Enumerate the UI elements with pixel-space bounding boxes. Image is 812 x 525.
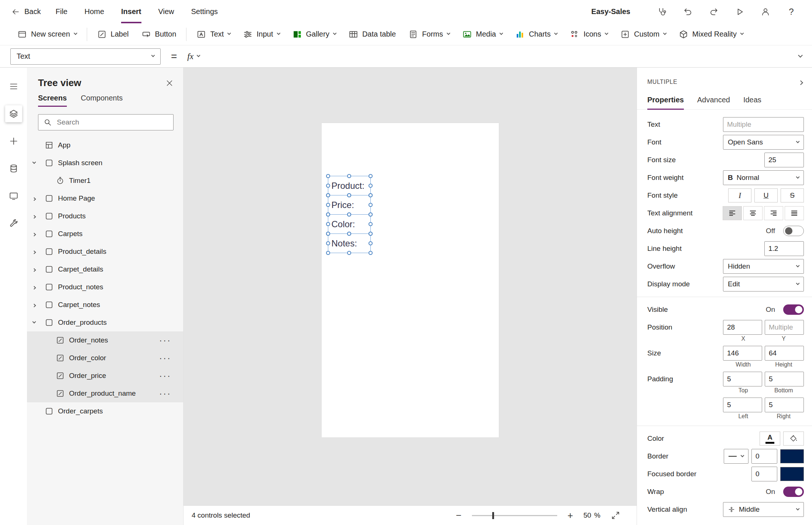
tree-item-order-products[interactable]: Order_products [27,314,183,331]
overflow-select[interactable]: Hidden [723,259,804,274]
visible-toggle[interactable] [783,304,804,315]
label-order-color[interactable]: Color: [328,214,371,234]
menu-view[interactable]: View [158,0,174,23]
tree-item-carpets[interactable]: Carpets [27,225,183,243]
border-width-input[interactable] [751,449,777,464]
resize-handle[interactable] [347,174,351,178]
resize-handle[interactable] [326,193,330,197]
button-button[interactable]: Button [135,26,183,43]
back-button[interactable]: Back [11,7,41,16]
label-order-price[interactable]: Price: [328,195,371,215]
border-color-swatch[interactable] [780,449,804,463]
chevron-down-icon[interactable] [32,160,36,164]
zoom-slider-thumb[interactable] [492,512,494,519]
formula-bar-expand-button[interactable] [788,55,812,58]
tab-screens[interactable]: Screens [38,94,67,107]
label-button[interactable]: Label [91,26,135,43]
font-color-button[interactable]: A [760,432,780,446]
overflow-menu-icon[interactable]: ··· [159,392,171,395]
focused-border-color-swatch[interactable] [780,467,804,481]
chevron-right-icon[interactable] [32,232,36,236]
tree-view-icon[interactable] [5,105,22,122]
label-order-product-name[interactable]: Product: [328,176,371,195]
font-size-input[interactable] [764,153,804,167]
tab-advanced[interactable]: Advanced [697,96,730,110]
tree-item-order-color[interactable]: Order_color ··· [27,349,183,367]
tree-item-carpet-details[interactable]: Carpet_details [27,260,183,278]
zoom-in-button[interactable]: + [568,510,573,521]
resize-handle[interactable] [347,212,351,217]
resize-handle[interactable] [326,212,330,217]
padding-top-input[interactable] [723,372,762,386]
tree-item-splash-screen[interactable]: Splash screen [27,154,183,172]
align-center-button[interactable] [743,206,763,220]
chevron-down-icon[interactable] [32,320,36,323]
align-left-button[interactable] [723,206,742,220]
input-menu[interactable]: Input [237,26,286,43]
data-table-button[interactable]: Data table [342,26,402,43]
resize-handle[interactable] [326,184,330,188]
gallery-menu[interactable]: Gallery [286,26,342,43]
label-order-notes[interactable]: Notes: [328,233,371,253]
position-x-input[interactable] [723,320,762,335]
collapse-panel-icon[interactable] [798,80,803,85]
close-icon[interactable] [165,79,174,87]
chevron-right-icon[interactable] [32,303,36,307]
padding-left-input[interactable] [723,398,762,412]
resize-handle[interactable] [326,203,330,207]
focused-border-width-input[interactable] [751,467,777,481]
resize-handle[interactable] [326,174,330,178]
resize-handle[interactable] [326,222,330,226]
text-menu[interactable]: Text [190,26,237,43]
wrap-toggle[interactable] [783,487,804,497]
zoom-slider[interactable] [472,515,557,516]
resize-handle[interactable] [369,203,373,207]
tab-components[interactable]: Components [81,94,123,107]
display-mode-select[interactable]: Edit [723,277,804,292]
resize-handle[interactable] [369,184,373,188]
menu-settings[interactable]: Settings [191,0,218,23]
align-justify-button[interactable] [785,206,804,220]
redo-icon[interactable] [708,6,720,18]
chevron-right-icon[interactable] [32,197,36,201]
tree-item-product-notes[interactable]: Product_notes [27,278,183,296]
forms-menu[interactable]: Forms [402,26,456,43]
auto-height-toggle[interactable] [783,226,804,236]
tree-item-order-product-name[interactable]: Order_product_name ··· [27,385,183,402]
charts-menu[interactable]: Charts [509,26,563,43]
tree-item-home-page[interactable]: Home Page [27,190,183,207]
insert-plus-icon[interactable] [5,133,22,150]
mixed-reality-menu[interactable]: Mixed Reality [672,26,750,43]
zoom-out-button[interactable]: − [456,510,462,521]
icons-menu[interactable]: Icons [563,26,614,43]
overflow-menu-icon[interactable]: ··· [159,338,171,342]
tree-item-carpet-notes[interactable]: Carpet_notes [27,296,183,314]
property-selector[interactable]: Text [10,48,161,65]
tab-properties[interactable]: Properties [647,96,684,110]
overflow-menu-icon[interactable]: ··· [159,374,171,378]
advanced-tools-icon[interactable] [5,215,22,232]
fill-color-button[interactable] [783,432,804,446]
media-rail-icon[interactable] [5,187,22,204]
menu-insert[interactable]: Insert [121,0,141,23]
padding-bottom-input[interactable] [765,372,804,386]
fx-menu[interactable]: fx [187,52,200,61]
tree-item-order-price[interactable]: Order_price ··· [27,367,183,385]
menu-file[interactable]: File [55,0,67,23]
resize-handle[interactable] [347,251,351,255]
user-icon[interactable] [760,6,771,18]
new-screen-button[interactable]: New screen [11,26,83,43]
tab-ideas[interactable]: Ideas [743,96,761,110]
position-y-input[interactable] [765,320,804,335]
chevron-right-icon[interactable] [32,215,36,218]
chevron-right-icon[interactable] [32,286,36,289]
tree-item-app[interactable]: App [27,136,183,154]
italic-button[interactable]: I [728,188,751,202]
size-width-input[interactable] [723,346,762,361]
resize-handle[interactable] [347,232,351,236]
help-icon[interactable]: ? [785,6,797,18]
fit-to-window-icon[interactable] [611,511,620,520]
resize-handle[interactable] [347,193,351,197]
align-right-button[interactable] [764,206,783,220]
resize-handle[interactable] [369,251,373,255]
